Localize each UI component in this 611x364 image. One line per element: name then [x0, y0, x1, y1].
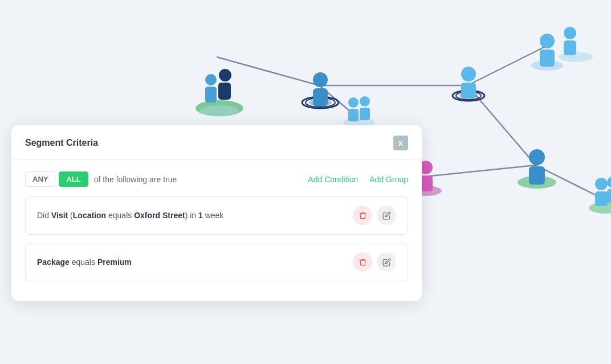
condition-text: of the following are true: [94, 175, 177, 184]
svg-rect-33: [461, 83, 476, 99]
svg-point-29: [453, 91, 484, 101]
svg-point-32: [461, 67, 476, 81]
svg-point-15: [309, 99, 332, 106]
condition-2-actions: [353, 252, 396, 272]
scene: Segment Criteria x ANY ALL of the follow…: [0, 0, 611, 364]
svg-rect-42: [595, 191, 608, 206]
all-toggle[interactable]: ALL: [59, 171, 88, 187]
svg-line-5: [536, 165, 604, 199]
svg-rect-25: [540, 50, 555, 67]
svg-rect-17: [313, 88, 328, 107]
svg-point-34: [518, 176, 556, 189]
condition-1-label: Did Visit (Location equals Oxford Street…: [37, 211, 223, 220]
svg-line-0: [217, 57, 319, 85]
svg-point-35: [529, 149, 545, 165]
add-group-link[interactable]: Add Group: [369, 175, 408, 184]
svg-point-23: [531, 60, 563, 71]
pencil-icon: [382, 211, 391, 220]
panel-title: Segment Criteria: [25, 138, 98, 148]
condition-filter-row: ANY ALL of the following are true Add Co…: [25, 171, 408, 187]
svg-line-1: [319, 85, 353, 114]
svg-point-7: [195, 100, 243, 116]
condition-2-label: Package equals Premium: [37, 257, 132, 267]
svg-point-13: [302, 97, 339, 108]
segment-panel: Segment Criteria x ANY ALL of the follow…: [11, 125, 422, 301]
svg-point-43: [607, 177, 611, 188]
close-button[interactable]: x: [393, 136, 408, 150]
svg-rect-9: [205, 87, 217, 103]
svg-point-24: [540, 34, 555, 48]
svg-point-30: [456, 92, 481, 100]
svg-point-8: [205, 74, 217, 85]
action-links: Add Condition Add Group: [308, 175, 408, 184]
toggle-group: ANY ALL: [25, 171, 88, 187]
svg-point-27: [564, 27, 576, 39]
trash-icon: [359, 211, 367, 220]
svg-point-40: [589, 202, 611, 214]
svg-rect-44: [607, 189, 611, 203]
trash-icon: [359, 258, 367, 267]
condition-card-2: Package equals Premium: [25, 243, 408, 281]
panel-header: Segment Criteria x: [11, 125, 422, 160]
svg-point-21: [360, 96, 370, 107]
svg-line-4: [467, 46, 547, 85]
svg-point-19: [348, 97, 359, 108]
add-condition-link[interactable]: Add Condition: [308, 175, 358, 184]
svg-point-16: [313, 72, 328, 87]
panel-body: ANY ALL of the following are true Add Co…: [11, 160, 422, 301]
svg-point-41: [595, 178, 608, 190]
condition-2-delete-button[interactable]: [353, 252, 372, 272]
svg-point-10: [219, 69, 231, 81]
svg-point-26: [559, 52, 593, 62]
svg-rect-11: [218, 83, 231, 100]
condition-1-actions: [353, 206, 396, 225]
condition-card-1: Did Visit (Location equals Oxford Street…: [25, 196, 408, 235]
svg-rect-28: [564, 40, 576, 55]
svg-point-14: [306, 98, 335, 107]
svg-point-31: [459, 93, 478, 99]
any-toggle[interactable]: ANY: [25, 171, 55, 187]
condition-1-edit-button[interactable]: [377, 206, 396, 225]
svg-point-12: [199, 105, 239, 117]
pencil-icon: [382, 258, 391, 267]
svg-line-6: [425, 165, 536, 177]
condition-2-edit-button[interactable]: [377, 252, 396, 272]
condition-1-delete-button[interactable]: [353, 206, 372, 225]
svg-rect-22: [360, 108, 370, 120]
svg-rect-20: [348, 109, 359, 121]
svg-line-3: [467, 85, 536, 165]
svg-rect-36: [529, 166, 545, 185]
